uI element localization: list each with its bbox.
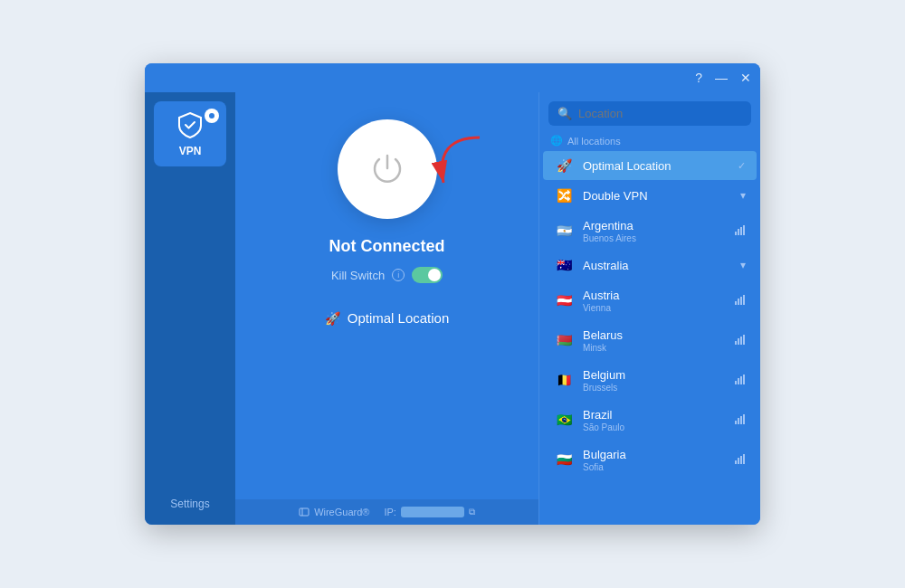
selected-location-label: Optimal Location [348,310,450,326]
location-city-brazil: São Paulo [583,422,726,432]
location-item-optimal[interactable]: 🚀Optimal Location✓ [543,151,757,180]
kill-switch-label: Kill Switch [331,269,385,282]
titlebar-controls: ? — ✕ [695,71,751,84]
svg-rect-3 [735,232,737,235]
chevron-down-icon-double-vpn: ▾ [740,189,746,202]
shield-icon [176,110,205,139]
location-name-austria: Austria [583,289,619,302]
svg-rect-15 [735,381,737,384]
ip-value [401,507,464,517]
location-item-double-vpn[interactable]: 🔀Double VPN▾ [543,181,757,210]
location-flag-argentina: 🇦🇷 [554,223,574,238]
location-item-australia[interactable]: 🇦🇺Australia▾ [543,251,757,280]
connection-status: Not Connected [329,237,445,256]
rocket-icon: 🚀 [325,311,340,326]
signal-icon-austria [735,294,746,307]
toggle-knob [428,269,441,281]
external-link-icon[interactable]: ⧉ [469,507,475,517]
main-panel: Not Connected Kill Switch i 🚀 Optimal Lo… [235,92,538,525]
location-info-optimal: Optimal Location [583,157,729,174]
svg-rect-18 [743,375,745,384]
all-locations-label: 🌐 All locations [539,131,760,150]
location-item-austria[interactable]: 🇦🇹AustriaVienna [543,280,757,319]
badge-dot [209,113,214,119]
protocol-label: WireGuard® [314,507,369,517]
location-flag-belgium: 🇧🇪 [554,373,574,387]
search-input[interactable] [578,107,742,120]
location-city-austria: Vienna [583,303,726,313]
svg-rect-26 [743,454,745,464]
svg-rect-1 [300,508,309,516]
location-item-belarus[interactable]: 🇧🇾BelarusMinsk [543,320,757,359]
svg-rect-19 [735,421,737,424]
svg-rect-12 [738,338,739,345]
svg-rect-11 [735,341,737,345]
power-icon [367,148,408,190]
sidebar-badge [205,109,219,123]
signal-icon-argentina [735,224,746,237]
svg-rect-24 [738,458,739,464]
sidebar: VPN Settings [145,92,235,525]
svg-rect-10 [743,295,745,305]
protocol-info: WireGuard® [299,507,369,517]
svg-rect-16 [738,378,739,384]
svg-rect-25 [740,456,742,464]
location-name-double-vpn: Double VPN [583,189,648,203]
ip-label: IP: [384,507,395,517]
location-item-bulgaria[interactable]: 🇧🇬BulgariaSofia [543,440,757,479]
signal-icon-brazil [735,413,746,426]
svg-rect-14 [743,335,745,345]
ip-info: IP: ⧉ [384,507,474,517]
svg-rect-8 [738,299,739,305]
kill-switch-row: Kill Switch i [331,267,443,283]
vpn-window: ? — ✕ VPN Settings [145,63,760,525]
svg-rect-17 [740,376,742,384]
location-name-optimal: Optimal Location [583,159,672,173]
power-button-container [338,119,437,219]
location-info-australia: Australia [583,257,731,273]
power-button[interactable] [338,119,437,219]
kill-switch-toggle[interactable] [412,267,443,283]
sidebar-vpn-label: VPN [179,145,202,157]
svg-rect-6 [743,225,745,235]
svg-rect-20 [738,418,739,424]
location-flag-australia: 🇦🇺 [554,258,574,272]
location-flag-austria: 🇦🇹 [554,293,574,308]
location-flag-double-vpn: 🔀 [554,188,574,203]
svg-rect-13 [740,337,742,345]
titlebar: ? — ✕ [145,63,760,92]
close-button[interactable]: ✕ [740,71,751,84]
location-city-argentina: Buenos Aires [583,233,726,243]
search-icon: 🔍 [557,107,572,120]
svg-rect-5 [740,227,742,235]
check-icon-optimal: ✓ [738,160,746,172]
minimize-button[interactable]: — [715,71,728,84]
location-info-belarus: BelarusMinsk [583,327,726,353]
app-body: VPN Settings [145,92,760,525]
svg-rect-9 [740,297,742,305]
svg-rect-22 [743,414,745,424]
location-name-argentina: Argentina [583,219,634,232]
sidebar-settings-button[interactable]: Settings [170,483,209,525]
svg-rect-23 [735,460,737,464]
location-flag-belarus: 🇧🇾 [554,333,574,347]
signal-icon-belarus [735,334,746,346]
bottom-bar: WireGuard® IP: ⧉ [235,499,538,525]
location-info-austria: AustriaVienna [583,287,726,313]
help-button[interactable]: ? [695,71,702,84]
locations-list: 🚀Optimal Location✓🔀Double VPN▾🇦🇷Argentin… [539,150,760,525]
location-flag-brazil: 🇧🇷 [554,413,574,427]
location-item-brazil[interactable]: 🇧🇷BrazilSão Paulo [543,400,757,439]
globe-icon: 🌐 [550,135,563,147]
signal-icon-belgium [735,374,746,386]
location-flag-bulgaria: 🇧🇬 [554,452,574,467]
kill-switch-info-icon[interactable]: i [392,269,405,281]
chevron-down-icon-australia: ▾ [740,259,746,271]
location-item-belgium[interactable]: 🇧🇪BelgiumBrussels [543,360,757,399]
location-name-belarus: Belarus [583,328,623,342]
location-item-argentina[interactable]: 🇦🇷ArgentinaBuenos Aires [543,211,757,250]
location-city-belgium: Brussels [583,383,726,393]
wireguard-icon [299,507,310,517]
location-name-brazil: Brazil [583,408,613,422]
location-info-brazil: BrazilSão Paulo [583,406,726,432]
